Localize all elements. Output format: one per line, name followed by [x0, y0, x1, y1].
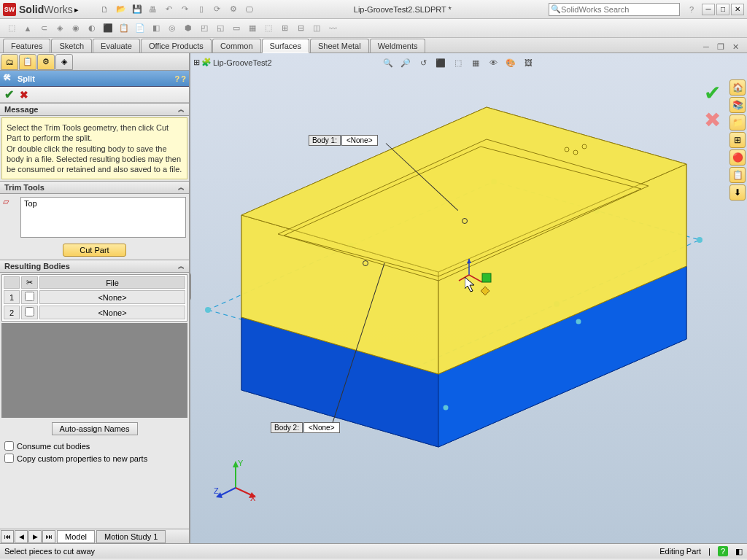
tool-icon[interactable]: ⬢ [181, 21, 196, 36]
tool-icon[interactable]: ◈ [53, 21, 67, 36]
dimxpert-manager-tab[interactable]: ◈ [55, 54, 73, 70]
more-icon[interactable]: ⬇ [729, 184, 746, 201]
tool-icon[interactable]: ⬛ [101, 21, 115, 36]
orientation-triad[interactable]: Y X Z [214, 459, 258, 502]
copy-props-row[interactable]: Copy custom properties to new parts [0, 452, 189, 464]
help-icon[interactable]: ? [684, 2, 699, 17]
auto-assign-button[interactable]: Auto-assign Names [52, 422, 138, 435]
tool-icon[interactable]: 📄 [133, 21, 147, 36]
close-button[interactable]: ✕ [731, 4, 744, 15]
hide-show-icon[interactable]: 👁 [485, 55, 501, 71]
save-icon[interactable]: 💾 [130, 2, 144, 17]
tool-icon[interactable]: ⊟ [293, 21, 308, 36]
feature-manager-tab[interactable]: 🗂 [1, 54, 18, 70]
table-row[interactable]: 1 <None> [4, 290, 185, 304]
resulting-bodies-header[interactable]: Resulting Bodies ︽ [0, 260, 189, 273]
flyout-tree[interactable]: ⊞ 🧩 Lip-GrooveTest2 [193, 58, 272, 67]
tool-icon[interactable]: ◫ [309, 21, 324, 36]
tab-weldments[interactable]: Weldments [370, 39, 426, 52]
tab-sketch[interactable]: Sketch [51, 39, 92, 52]
table-row[interactable]: 2 <None> [4, 306, 185, 319]
doc-close-icon[interactable]: ✕ [729, 41, 741, 52]
file-explorer-icon[interactable]: 📁 [729, 114, 746, 131]
tool-icon[interactable]: 📋 [117, 21, 131, 36]
display-style-icon[interactable]: ▦ [468, 55, 484, 71]
tool-icon[interactable]: ◱ [213, 21, 228, 36]
trim-item[interactable]: Top [24, 199, 182, 208]
redo-icon[interactable]: ↷ [178, 2, 193, 17]
confirm-cancel-icon[interactable]: ✖ [704, 108, 721, 132]
collapse-icon[interactable]: ︽ [178, 105, 185, 114]
tool-icon[interactable]: ⬚ [4, 21, 19, 36]
row-file[interactable]: <None> [39, 290, 185, 304]
search-box[interactable]: 🔍 [549, 3, 680, 16]
appearances-icon[interactable]: 🔴 [729, 149, 746, 166]
tab-office-products[interactable]: Office Products [141, 39, 212, 52]
tab-features[interactable]: Features [3, 39, 50, 52]
motion-study-tab[interactable]: Motion Study 1 [96, 530, 166, 543]
tool-icon[interactable]: ▲ [20, 21, 35, 36]
section-view-icon[interactable]: ⬛ [433, 55, 449, 71]
tool-icon[interactable]: 〰 [325, 21, 340, 36]
tool-icon[interactable]: ◧ [149, 21, 163, 36]
view-palette-icon[interactable]: ⊞ [729, 132, 746, 148]
row-checkbox[interactable] [21, 306, 38, 319]
tool-icon[interactable]: ▭ [229, 21, 244, 36]
collapse-icon[interactable]: ︽ [178, 183, 185, 192]
app-menu-dropdown[interactable]: ▸ [74, 5, 83, 14]
copy-props-checkbox[interactable] [4, 454, 14, 463]
panel-expand-handle[interactable] [190, 272, 191, 301]
row-file[interactable]: <None> [39, 306, 185, 319]
tool-icon[interactable]: ▦ [245, 21, 260, 36]
pin-icon[interactable]: ? [175, 74, 180, 83]
scene-icon[interactable]: 🖼 [520, 55, 536, 71]
row-checkbox[interactable] [21, 290, 38, 304]
body-1-callout[interactable]: Body 1: <None> [309, 135, 378, 146]
consume-checkbox[interactable] [4, 441, 14, 451]
tool-icon[interactable]: ◉ [69, 21, 83, 36]
body-2-callout[interactable]: Body 2: <None> [271, 422, 340, 433]
model-tab[interactable]: Model [57, 530, 95, 543]
trim-selection-list[interactable]: Top [20, 197, 186, 238]
status-help-icon[interactable]: ? [718, 546, 728, 556]
view-orient-icon[interactable]: ⬚ [450, 55, 466, 71]
tab-sheet-metal[interactable]: Sheet Metal [310, 39, 369, 52]
status-customize-icon[interactable]: ◧ [735, 547, 743, 556]
cancel-button[interactable]: ✖ [20, 89, 28, 101]
tab-surfaces[interactable]: Surfaces [262, 39, 309, 53]
tool-icon[interactable]: ◰ [197, 21, 212, 36]
graphics-viewport[interactable]: ⊞ 🧩 Lip-GrooveTest2 🔍 🔎 ↺ ⬛ ⬚ ▦ 👁 🎨 🖼 ✔ … [190, 53, 747, 543]
message-section-header[interactable]: Message ︽ [0, 103, 189, 116]
search-input[interactable] [561, 5, 678, 14]
consume-row[interactable]: Consume cut bodies [0, 440, 189, 452]
minimize-button[interactable]: ─ [702, 4, 715, 15]
tab-evaluate[interactable]: Evaluate [93, 39, 140, 52]
ok-button[interactable]: ✔ [4, 88, 14, 101]
new-icon[interactable]: 🗋 [98, 2, 112, 17]
design-library-icon[interactable]: 📚 [729, 97, 746, 113]
tab-common[interactable]: Common [212, 39, 261, 52]
body-2-value[interactable]: <None> [303, 422, 340, 433]
maximize-button[interactable]: □ [716, 4, 729, 15]
appearance-icon[interactable]: 🎨 [503, 55, 519, 71]
property-manager-tab[interactable]: 📋 [19, 54, 36, 70]
open-icon[interactable]: 📂 [114, 2, 128, 17]
screen-icon[interactable]: 🖵 [242, 2, 257, 17]
custom-props-icon[interactable]: 📋 [729, 167, 746, 183]
cut-part-button[interactable]: Cut Part [63, 244, 125, 257]
nav-next-icon[interactable]: ▶ [28, 530, 42, 543]
tool-icon[interactable]: ◐ [85, 21, 99, 36]
collapse-icon[interactable]: ︽ [178, 262, 185, 271]
nav-first-icon[interactable]: ⏮ [1, 530, 14, 543]
configuration-manager-tab[interactable]: ⚙ [37, 54, 55, 70]
rebuild-icon[interactable]: ⟳ [210, 2, 225, 17]
body-1-value[interactable]: <None> [341, 135, 378, 146]
doc-minimize-icon[interactable]: ─ [700, 41, 712, 52]
zoom-area-icon[interactable]: 🔎 [398, 55, 414, 71]
select-icon[interactable]: ▯ [194, 2, 209, 17]
nav-prev-icon[interactable]: ◀ [15, 530, 28, 543]
help-icon[interactable]: ? [181, 74, 186, 83]
tool-icon[interactable]: ⊂ [36, 21, 51, 36]
zoom-fit-icon[interactable]: 🔍 [380, 55, 396, 71]
confirm-ok-icon[interactable]: ✔ [704, 81, 721, 105]
